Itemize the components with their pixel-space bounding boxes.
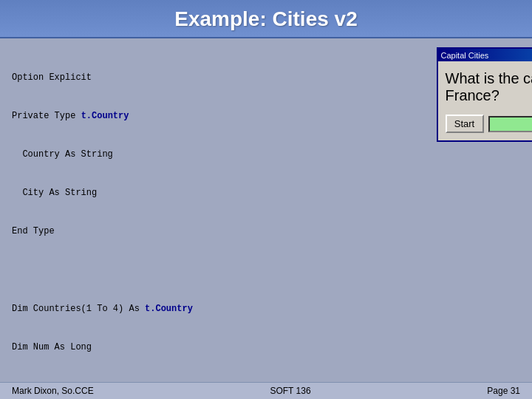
code-line-7: Dim Countries(1 To 4) As t.Country	[12, 303, 422, 316]
dialog-question: What is the capital of France?	[446, 70, 533, 104]
answer-input[interactable]	[488, 116, 533, 132]
code-line-8: Dim Num As Long	[12, 341, 422, 354]
window-panel: Capital Cities _ □ ✕ What is the capital…	[437, 47, 533, 399]
footer: Mark Dixon, So.CCE SOFT 136 Page 31	[0, 382, 532, 399]
dialog-controls: Start Check	[446, 115, 533, 133]
code-line-6	[12, 265, 422, 277]
footer-left: Mark Dixon, So.CCE	[12, 386, 94, 396]
type-highlight: t.Country	[81, 111, 129, 121]
code-line-2: Private Type t.Country	[12, 110, 422, 123]
start-button[interactable]: Start	[446, 115, 484, 133]
dialog-title-text: Capital Cities	[441, 51, 489, 60]
dialog-titlebar: Capital Cities _ □ ✕	[438, 49, 533, 61]
page-title: Example: Cities v2	[174, 7, 357, 30]
code-line-1: Option Explicit	[12, 72, 422, 84]
dialog-body: What is the capital of France? Start Che…	[438, 61, 533, 140]
title-bar: Example: Cities v2	[0, 0, 532, 38]
code-line-3: Country As String	[12, 149, 422, 161]
type-highlight-2: t.Country	[145, 304, 193, 314]
main-content: Option Explicit Private Type t.Country C…	[0, 38, 532, 399]
footer-right: Page 31	[487, 386, 520, 396]
code-panel: Option Explicit Private Type t.Country C…	[12, 46, 422, 399]
dialog-window: Capital Cities _ □ ✕ What is the capital…	[437, 47, 533, 142]
footer-center: SOFT 136	[270, 386, 310, 396]
code-line-5: End Type	[12, 225, 422, 238]
code-line-4: City As String	[12, 187, 422, 200]
